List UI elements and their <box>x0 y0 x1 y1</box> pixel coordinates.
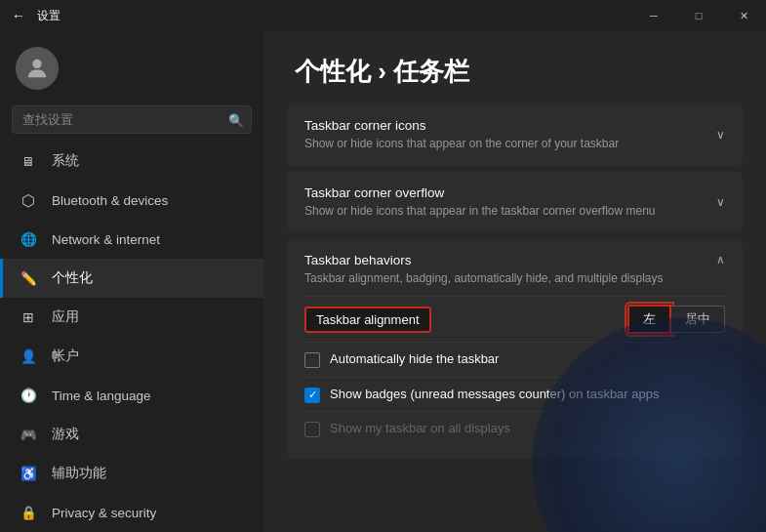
user-section <box>0 31 263 102</box>
sidebar-item-accounts-label: 帐户 <box>52 348 79 365</box>
title-bar: ← 设置 ─ □ ✕ <box>0 0 766 31</box>
all-displays-row[interactable]: Show my taskbar on all displays <box>304 411 725 445</box>
sidebar-item-personalization[interactable]: ✏️ 个性化 <box>0 259 263 298</box>
auto-hide-checkbox[interactable] <box>304 352 320 368</box>
section-behaviors: Taskbar behaviors Taskbar alignment, bad… <box>287 239 743 459</box>
sidebar-item-accounts[interactable]: 👤 帐户 <box>0 337 263 376</box>
sidebar-item-network[interactable]: 🌐 Network & internet <box>0 220 263 259</box>
back-button[interactable]: ← <box>12 8 25 23</box>
apps-icon: ⊞ <box>19 307 38 327</box>
bluetooth-icon: ⬡ <box>19 190 38 210</box>
system-icon: 🖥 <box>19 151 38 171</box>
all-displays-label: Show my taskbar on all displays <box>330 420 510 437</box>
search-icon: 🔍 <box>228 112 244 127</box>
avatar <box>16 47 59 90</box>
section-corner-icons: Taskbar corner icons Show or hide icons … <box>287 104 743 166</box>
behaviors-body: Taskbar alignment 左 居中 Automatically hid… <box>287 296 743 459</box>
sidebar-item-system-label: 系统 <box>52 152 79 170</box>
close-button[interactable]: ✕ <box>721 0 766 31</box>
sidebar-item-time-label: Time & language <box>52 389 151 403</box>
user-icon <box>23 55 51 82</box>
main-content: 🔍 🖥 系统 ⬡ Bluetooth & devices 🌐 Network &… <box>0 31 766 532</box>
right-panel: 个性化 › 任务栏 Taskbar corner icons Show or h… <box>263 31 766 532</box>
chevron-down-icon-2: ∨ <box>716 195 725 209</box>
search-box: 🔍 <box>12 105 252 134</box>
privacy-icon: 🔒 <box>19 503 38 522</box>
sidebar-item-privacy-label: Privacy & security <box>52 506 156 520</box>
all-displays-checkbox[interactable] <box>304 422 320 437</box>
auto-hide-row[interactable]: Automatically hide the taskbar <box>304 342 725 376</box>
alignment-left-option[interactable]: 左 <box>627 305 671 334</box>
chevron-down-icon: ∨ <box>716 128 725 142</box>
minimize-button[interactable]: ─ <box>631 0 676 31</box>
svg-point-0 <box>32 60 41 68</box>
page-title: 个性化 › 任务栏 <box>263 31 766 104</box>
sidebar-item-bluetooth-label: Bluetooth & devices <box>52 193 168 208</box>
sidebar-item-apps-label: 应用 <box>52 308 79 326</box>
accounts-icon: 👤 <box>19 347 38 366</box>
sidebar-item-time[interactable]: 🕐 Time & language <box>0 376 263 415</box>
maximize-button[interactable]: □ <box>676 0 721 31</box>
behaviors-desc: Taskbar alignment, badging, automaticall… <box>304 270 705 287</box>
chevron-up-icon: ∧ <box>716 253 725 266</box>
time-icon: 🕐 <box>19 386 38 405</box>
corner-icons-title: Taskbar corner icons <box>304 118 705 133</box>
section-row-corner-overflow[interactable]: Taskbar corner overflow Show or hide ico… <box>287 172 743 233</box>
behaviors-title: Taskbar behaviors <box>304 253 705 267</box>
sidebar-item-system[interactable]: 🖥 系统 <box>0 142 263 181</box>
sidebar-item-accessibility-label: 辅助功能 <box>52 465 106 482</box>
sidebar-item-bluetooth[interactable]: ⬡ Bluetooth & devices <box>0 181 263 220</box>
corner-icons-desc: Show or hide icons that appear on the co… <box>304 136 705 152</box>
sidebar: 🔍 🖥 系统 ⬡ Bluetooth & devices 🌐 Network &… <box>0 31 263 532</box>
alignment-label: Taskbar alignment <box>304 307 431 333</box>
behaviors-header[interactable]: Taskbar behaviors Taskbar alignment, bad… <box>287 239 743 297</box>
search-input[interactable] <box>12 105 252 134</box>
sidebar-item-accessibility[interactable]: ♿ 辅助功能 <box>0 454 263 493</box>
personalization-icon: ✏️ <box>19 268 38 288</box>
sidebar-item-network-label: Network & internet <box>52 232 160 247</box>
sidebar-nav: 🖥 系统 ⬡ Bluetooth & devices 🌐 Network & i… <box>0 142 263 532</box>
sidebar-item-apps[interactable]: ⊞ 应用 <box>0 298 263 337</box>
accessibility-icon: ♿ <box>19 464 38 483</box>
alignment-center-option[interactable]: 居中 <box>671 306 725 333</box>
section-corner-overflow: Taskbar corner overflow Show or hide ico… <box>287 172 743 233</box>
section-row-corner-icons[interactable]: Taskbar corner icons Show or hide icons … <box>287 104 743 166</box>
network-icon: 🌐 <box>19 229 38 249</box>
badges-label: Show badges (unread messages counter) on… <box>330 386 659 403</box>
alignment-row: Taskbar alignment 左 居中 <box>304 296 725 342</box>
sidebar-item-gaming[interactable]: 🎮 游戏 <box>0 415 263 454</box>
app-title: 设置 <box>37 8 60 24</box>
sidebar-item-personalization-label: 个性化 <box>52 269 93 287</box>
corner-overflow-desc: Show or hide icons that appear in the ta… <box>304 203 705 220</box>
auto-hide-label: Automatically hide the taskbar <box>330 350 499 368</box>
badges-row[interactable]: Show badges (unread messages counter) on… <box>304 377 725 411</box>
sidebar-item-privacy[interactable]: 🔒 Privacy & security <box>0 493 263 532</box>
sidebar-item-gaming-label: 游戏 <box>52 426 79 443</box>
badges-checkbox[interactable] <box>304 388 320 403</box>
corner-overflow-title: Taskbar corner overflow <box>304 185 705 200</box>
gaming-icon: 🎮 <box>19 425 38 444</box>
